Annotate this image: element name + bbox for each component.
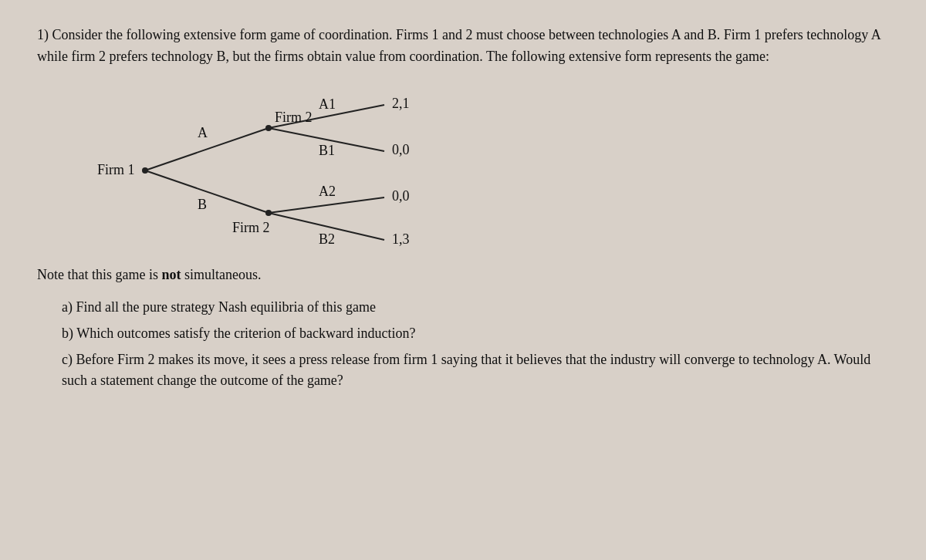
sub-a-text: Find all the pure strategy Nash equilibr… [76, 299, 375, 315]
firm1-label: Firm 1 [97, 162, 135, 177]
firm2-lower-label: Firm 2 [232, 220, 270, 235]
branch-a2-label: A2 [319, 184, 336, 199]
payoff-a1: 2,1 [392, 96, 410, 111]
sub-a-letter: a) [62, 299, 73, 315]
payoff-a2: 0,0 [392, 188, 410, 204]
note-text: Note that this game is not simultaneous. [37, 267, 889, 283]
question-intro: Consider the following extensive form ga… [37, 27, 880, 64]
svg-point-7 [265, 125, 272, 131]
payoff-b1: 0,0 [392, 142, 410, 157]
svg-point-6 [142, 167, 148, 174]
sub-question-b: b) Which outcomes satisfy the criterion … [62, 323, 889, 345]
sub-question-a: a) Find all the pure strategy Nash equil… [62, 297, 889, 319]
question-number: 1) [37, 27, 49, 42]
sub-b-text: Which outcomes satisfy the criterion of … [76, 326, 415, 341]
sub-c-letter: c) [62, 352, 73, 367]
game-tree-svg: Firm 1 A B Firm 2 A1 B1 A2 B2 2,1 0,0 0,… [83, 82, 485, 259]
sub-questions: a) Find all the pure strategy Nash equil… [62, 297, 889, 393]
sub-b-letter: b) [62, 326, 73, 341]
payoff-b2: 1,3 [392, 231, 410, 247]
branch-a1-label: A1 [319, 96, 336, 112]
page: 1) Consider the following extensive form… [0, 0, 926, 560]
game-diagram: Firm 1 A B Firm 2 A1 B1 A2 B2 2,1 0,0 0,… [83, 82, 485, 259]
question-text: 1) Consider the following extensive form… [37, 25, 889, 68]
branch-b1-label: B1 [319, 143, 335, 158]
firm2-upper-label: Firm 2 [275, 110, 313, 125]
svg-point-8 [265, 210, 272, 216]
sub-c-text: Before Firm 2 makes its move, it sees a … [62, 352, 870, 389]
branch-b2-label: B2 [319, 231, 335, 247]
note-bold: not [161, 267, 181, 282]
branch-b-label: B [198, 197, 207, 212]
svg-line-4 [269, 197, 384, 213]
note-prefix: Note that this game is [37, 267, 161, 282]
sub-question-c: c) Before Firm 2 makes its move, it sees… [62, 349, 889, 393]
branch-a-label: A [198, 125, 208, 140]
note-suffix: simultaneous. [181, 267, 262, 282]
